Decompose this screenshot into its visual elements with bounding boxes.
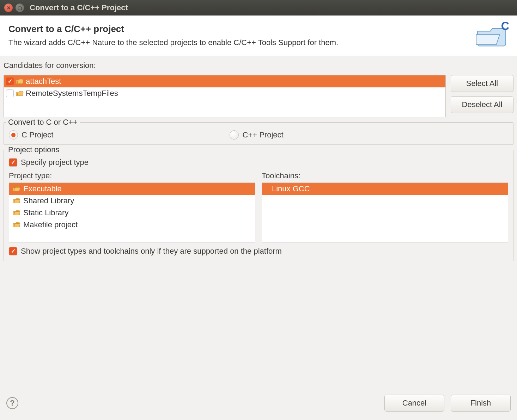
- checkbox-icon[interactable]: [6, 89, 14, 97]
- filter-supported-checkbox[interactable]: ✓ Show project types and toolchains only…: [9, 247, 508, 256]
- list-item[interactable]: Executable: [9, 183, 255, 195]
- folder-icon: [13, 198, 20, 204]
- svg-text:C: C: [501, 21, 509, 32]
- folder-icon: [13, 210, 20, 216]
- checkbox-icon: ✓: [9, 247, 17, 255]
- project-options-legend: Project options: [6, 145, 62, 154]
- radio-icon: [9, 130, 18, 140]
- list-item-label: Static Library: [23, 208, 68, 217]
- specify-project-type-checkbox[interactable]: ✓ Specify project type: [9, 158, 508, 167]
- list-item[interactable]: Static Library: [9, 207, 255, 219]
- candidate-item[interactable]: ✓ attachTest: [4, 75, 445, 87]
- list-item-label: Executable: [23, 184, 62, 193]
- radio-cpp-project[interactable]: C++ Project: [230, 130, 283, 140]
- candidates-list[interactable]: ✓ attachTest RemoteSystemsTempFiles: [4, 75, 446, 117]
- close-icon[interactable]: ✕: [4, 4, 13, 12]
- candidate-item[interactable]: RemoteSystemsTempFiles: [4, 87, 445, 99]
- radio-label: C++ Project: [242, 130, 283, 140]
- minimize-icon[interactable]: ▢: [16, 4, 24, 12]
- convert-group-legend: Convert to C or C++: [6, 118, 80, 127]
- checkbox-icon[interactable]: ✓: [6, 78, 14, 85]
- window-title: Convert to a C/C++ Project: [30, 3, 128, 12]
- candidate-name: attachTest: [26, 77, 61, 86]
- wizard-banner: Convert to a C/C++ project The wizard ad…: [0, 16, 517, 56]
- convert-group: Convert to C or C++ C Project C++ Projec…: [4, 122, 513, 145]
- wizard-footer: ? Cancel Finish: [0, 388, 517, 420]
- list-item-label: Linux GCC: [272, 184, 310, 193]
- candidates-label: Candidates for conversion:: [4, 61, 513, 70]
- banner-heading: Convert to a C/C++ project: [8, 24, 338, 35]
- folder-icon: [16, 78, 24, 85]
- cancel-button[interactable]: Cancel: [384, 395, 444, 412]
- checkbox-label: Show project types and toolchains only i…: [21, 247, 282, 256]
- select-all-button[interactable]: Select All: [451, 75, 513, 92]
- checkbox-label: Specify project type: [21, 158, 89, 167]
- list-item-label: Shared Library: [23, 196, 74, 205]
- folder-icon: [13, 222, 20, 228]
- list-item[interactable]: Makefile project: [9, 219, 255, 231]
- project-options-group: Project options ✓ Specify project type P…: [4, 150, 513, 261]
- folder-icon: [16, 90, 24, 97]
- project-type-list[interactable]: Executable Shared Library Static Library: [9, 183, 255, 242]
- finish-button[interactable]: Finish: [451, 395, 511, 412]
- candidate-name: RemoteSystemsTempFiles: [26, 89, 118, 98]
- toolchains-list[interactable]: Linux GCC: [262, 183, 508, 242]
- project-type-label: Project type:: [9, 171, 255, 180]
- deselect-all-button[interactable]: Deselect All: [451, 96, 513, 113]
- radio-icon: [230, 130, 239, 140]
- checkbox-icon: ✓: [9, 158, 17, 167]
- titlebar: ✕ ▢ Convert to a C/C++ Project: [0, 0, 517, 16]
- help-icon[interactable]: ?: [6, 397, 18, 409]
- wizard-content: Candidates for conversion: ✓ attachTest …: [0, 56, 517, 388]
- list-item-label: Makefile project: [23, 220, 78, 229]
- folder-icon: [13, 186, 20, 192]
- radio-c-project[interactable]: C Project: [9, 130, 53, 140]
- wizard-icon: C: [475, 21, 509, 49]
- list-item[interactable]: Linux GCC: [262, 183, 508, 195]
- radio-label: C Project: [22, 130, 53, 140]
- toolchains-label: Toolchains:: [262, 171, 508, 180]
- banner-description: The wizard adds C/C++ Nature to the sele…: [8, 38, 338, 47]
- list-item[interactable]: Shared Library: [9, 195, 255, 207]
